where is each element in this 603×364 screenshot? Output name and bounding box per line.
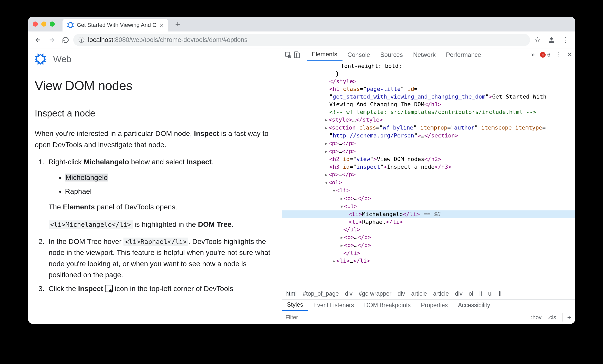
tree-row: ▶<p>…</p> bbox=[282, 171, 575, 179]
tab-console[interactable]: Console bbox=[342, 48, 375, 61]
bullet-raphael[interactable]: Raphael bbox=[65, 186, 275, 197]
tree-row: </li> bbox=[282, 249, 575, 257]
close-window-button[interactable] bbox=[33, 22, 38, 27]
styles-tab-styles[interactable]: Styles bbox=[282, 299, 308, 311]
devtools-tabs: Elements Console Sources Network Perform… bbox=[307, 48, 486, 61]
crumb[interactable]: div bbox=[398, 290, 405, 297]
tree-row: ▶<p>…</p> bbox=[282, 233, 575, 241]
devtools-close-icon[interactable]: ✕ bbox=[567, 51, 573, 59]
titlebar: Get Started With Viewing And C × + bbox=[28, 17, 575, 31]
tree-row: "http://schema.org/Person">…</section> bbox=[282, 132, 575, 140]
styles-tab-listeners[interactable]: Event Listeners bbox=[308, 299, 359, 311]
crumb[interactable]: div bbox=[345, 290, 352, 297]
site-logo-icon[interactable] bbox=[35, 53, 46, 65]
cls-toggle[interactable]: .cls bbox=[548, 314, 556, 321]
elements-tree[interactable]: font-weight: bold; } </style> <h1 class=… bbox=[282, 61, 575, 288]
menu-icon[interactable]: ⋮ bbox=[559, 34, 571, 46]
steps-list: Right-click Michelangelo below and selec… bbox=[35, 156, 275, 294]
crumb[interactable]: article bbox=[411, 290, 427, 297]
tab-performance[interactable]: Performance bbox=[441, 48, 486, 61]
back-button[interactable] bbox=[32, 34, 44, 46]
traffic-lights bbox=[33, 22, 55, 27]
tree-row: </ul> bbox=[282, 226, 575, 233]
styles-tab-breakpoints[interactable]: DOM Breakpoints bbox=[359, 299, 416, 311]
crumb[interactable]: #gc-wrapper bbox=[359, 290, 391, 297]
tree-row: ▶<p>…</p> bbox=[282, 195, 575, 202]
tree-row: Viewing And Changing The DOM</h1> bbox=[282, 101, 575, 108]
content-area: Web View DOM nodes Inspect a node When y… bbox=[28, 48, 575, 324]
error-badge[interactable]: ✕ 6 bbox=[540, 51, 550, 58]
page-body: View DOM nodes Inspect a node When you'r… bbox=[28, 70, 282, 303]
crumb[interactable]: ul bbox=[488, 290, 493, 297]
styles-filter-bar: :hov .cls + bbox=[282, 311, 575, 324]
tree-row: font-weight: bold; bbox=[282, 62, 575, 70]
crumb[interactable]: li bbox=[479, 290, 482, 297]
styles-filter-input[interactable] bbox=[286, 314, 531, 321]
site-info-icon[interactable]: ⓘ bbox=[78, 36, 85, 44]
forward-button[interactable] bbox=[46, 34, 58, 46]
new-tab-button[interactable]: + bbox=[175, 19, 180, 29]
inspect-inline-icon bbox=[105, 285, 113, 292]
tab-title: Get Started With Viewing And C bbox=[77, 22, 157, 28]
tree-row: </style> bbox=[282, 78, 575, 85]
maximize-window-button[interactable] bbox=[50, 22, 55, 27]
rendered-page: Web View DOM nodes Inspect a node When y… bbox=[28, 48, 282, 324]
tree-row: ▼<ul> bbox=[282, 202, 575, 210]
tree-row: ▶<p>…</p> bbox=[282, 147, 575, 155]
new-style-rule-icon[interactable]: + bbox=[562, 313, 571, 322]
tab-elements[interactable]: Elements bbox=[307, 48, 342, 61]
tree-row: ▶<section class="wf-byline" itemprop="au… bbox=[282, 124, 575, 132]
url-text: localhost:8080/web/tools/chrome-devtools… bbox=[88, 36, 248, 44]
tree-row: <h3 id="inspect">Inspect a node</h3> bbox=[282, 163, 575, 171]
styles-tab-properties[interactable]: Properties bbox=[416, 299, 453, 311]
crumb[interactable]: ol bbox=[469, 290, 473, 297]
step-1: Right-click Michelangelo below and selec… bbox=[47, 156, 275, 230]
device-toolbar-icon[interactable] bbox=[293, 51, 300, 58]
tree-row: } bbox=[282, 70, 575, 78]
tab-sources[interactable]: Sources bbox=[375, 48, 408, 61]
more-tabs-icon[interactable]: » bbox=[531, 51, 535, 59]
dom-breadcrumbs[interactable]: html #top_of_page div #gc-wrapper div ar… bbox=[282, 288, 575, 299]
crumb[interactable]: article bbox=[433, 290, 449, 297]
page-heading-2: View DOM nodes bbox=[35, 76, 275, 96]
hov-toggle[interactable]: :hov bbox=[531, 314, 542, 321]
profile-icon[interactable] bbox=[545, 34, 558, 46]
tree-row: ▼<ol> bbox=[282, 179, 575, 187]
svg-point-0 bbox=[550, 37, 553, 40]
minimize-window-button[interactable] bbox=[41, 22, 46, 27]
error-dot-icon: ✕ bbox=[540, 52, 546, 58]
bookmark-icon[interactable]: ☆ bbox=[532, 34, 544, 46]
tree-row: <li>Raphael</li> bbox=[282, 218, 575, 226]
browser-tab[interactable]: Get Started With Viewing And C × bbox=[63, 19, 168, 31]
crumb[interactable]: #top_of_page bbox=[303, 290, 339, 297]
bullet-michelangelo[interactable]: Michelangelo bbox=[65, 172, 275, 183]
tree-row: <h1 class="page-title" id= bbox=[282, 85, 575, 93]
tree-row: ▼<li> bbox=[282, 187, 575, 195]
inspect-element-icon[interactable] bbox=[285, 51, 292, 58]
page-header: Web bbox=[28, 48, 282, 70]
step-2: In the DOM Tree hover <li>Raphael</li>. … bbox=[47, 236, 275, 281]
tree-row: <!-- wf_template: src/templates/contribu… bbox=[282, 108, 575, 116]
tree-row: ▶<p>…</p> bbox=[282, 140, 575, 147]
tab-network[interactable]: Network bbox=[408, 48, 441, 61]
address-field[interactable]: ⓘ localhost:8080/web/tools/chrome-devtoo… bbox=[73, 34, 530, 46]
page-heading-3: Inspect a node bbox=[35, 106, 275, 121]
crumb[interactable]: li bbox=[499, 290, 501, 297]
styles-tabbar: Styles Event Listeners DOM Breakpoints P… bbox=[282, 299, 575, 311]
tree-row-selected[interactable]: <li>Michelangelo</li> == $0 bbox=[282, 210, 575, 218]
site-section[interactable]: Web bbox=[53, 54, 71, 64]
address-bar: ⓘ localhost:8080/web/tools/chrome-devtoo… bbox=[28, 31, 575, 48]
intro-paragraph: When you're interested in a particular D… bbox=[35, 128, 275, 150]
devtools-tabbar: Elements Console Sources Network Perform… bbox=[282, 48, 575, 61]
crumb[interactable]: div bbox=[455, 290, 462, 297]
browser-window: Get Started With Viewing And C × + ⓘ loc… bbox=[28, 17, 575, 324]
tab-close-icon[interactable]: × bbox=[160, 21, 163, 29]
devtools-panel: Elements Console Sources Network Perform… bbox=[282, 48, 575, 324]
reload-button[interactable] bbox=[59, 34, 72, 46]
devtools-menu-icon[interactable]: ⋮ bbox=[556, 51, 562, 58]
crumb[interactable]: html bbox=[286, 290, 297, 297]
step-1-after: The Elements panel of DevTools opens. bbox=[49, 201, 275, 212]
styles-tab-accessibility[interactable]: Accessibility bbox=[453, 299, 495, 311]
tree-row: <h2 id="view">View DOM nodes</h2> bbox=[282, 155, 575, 163]
step-3: Click the Inspect icon in the top-left c… bbox=[47, 283, 275, 294]
